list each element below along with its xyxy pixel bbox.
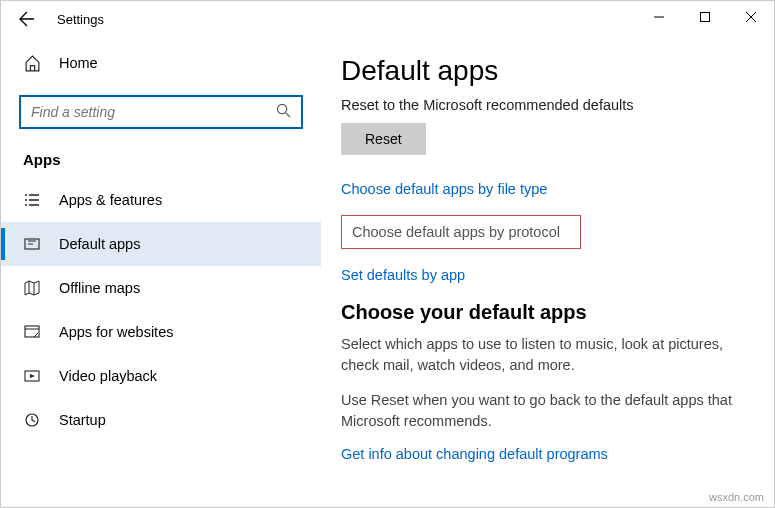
home-nav[interactable]: Home	[1, 43, 321, 83]
search-icon	[276, 103, 291, 121]
link-byapp[interactable]: Set defaults by app	[341, 267, 746, 283]
nav-label: Default apps	[59, 236, 140, 252]
maximize-icon	[700, 12, 710, 22]
nav-label: Offline maps	[59, 280, 140, 296]
page-title: Default apps	[341, 55, 746, 87]
home-icon	[23, 55, 41, 72]
link-filetype[interactable]: Choose default apps by file type	[341, 181, 746, 197]
minimize-button[interactable]	[636, 1, 682, 33]
reset-para: Use Reset when you want to go back to th…	[341, 390, 746, 432]
svg-rect-0	[701, 13, 710, 22]
home-label: Home	[59, 55, 98, 71]
watermark: wsxdn.com	[709, 491, 764, 503]
nav-startup[interactable]: Startup	[1, 398, 321, 442]
arrow-left-icon	[19, 11, 35, 27]
nav-label: Startup	[59, 412, 106, 428]
search-input[interactable]	[31, 104, 276, 120]
sidebar: Home Apps Apps & features Default apps	[1, 37, 321, 507]
video-icon	[23, 368, 41, 384]
list-icon	[23, 192, 41, 208]
nav-offline-maps[interactable]: Offline maps	[1, 266, 321, 310]
choose-heading: Choose your default apps	[341, 301, 746, 324]
close-icon	[746, 12, 756, 22]
reset-caption: Reset to the Microsoft recommended defau…	[341, 97, 746, 113]
startup-icon	[23, 412, 41, 428]
nav-label: Video playback	[59, 368, 157, 384]
defaults-icon	[23, 236, 41, 252]
titlebar: Settings	[1, 1, 774, 37]
nav-label: Apps & features	[59, 192, 162, 208]
nav-label: Apps for websites	[59, 324, 173, 340]
main-content: Default apps Reset to the Microsoft reco…	[321, 37, 774, 507]
close-button[interactable]	[728, 1, 774, 33]
websites-icon	[23, 324, 41, 340]
nav-apps-websites[interactable]: Apps for websites	[1, 310, 321, 354]
map-icon	[23, 280, 41, 296]
reset-button[interactable]: Reset	[341, 123, 426, 155]
back-button[interactable]	[9, 1, 45, 37]
svg-rect-3	[25, 326, 39, 337]
nav-default-apps[interactable]: Default apps	[1, 222, 321, 266]
nav-video-playback[interactable]: Video playback	[1, 354, 321, 398]
minimize-icon	[654, 12, 664, 22]
search-box[interactable]	[19, 95, 303, 129]
window-title: Settings	[57, 12, 104, 27]
section-label: Apps	[1, 151, 321, 178]
window-controls	[636, 1, 774, 33]
nav-apps-features[interactable]: Apps & features	[1, 178, 321, 222]
maximize-button[interactable]	[682, 1, 728, 33]
choose-para: Select which apps to use to listen to mu…	[341, 334, 746, 376]
link-protocol[interactable]: Choose default apps by protocol	[341, 215, 581, 249]
svg-point-1	[277, 104, 286, 113]
link-info[interactable]: Get info about changing default programs	[341, 446, 746, 462]
